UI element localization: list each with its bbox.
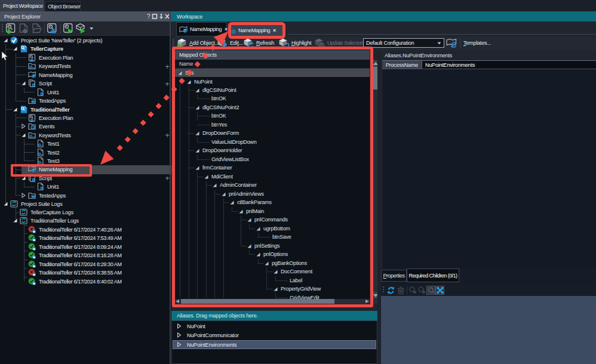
- svg-text:?: ?: [147, 13, 150, 20]
